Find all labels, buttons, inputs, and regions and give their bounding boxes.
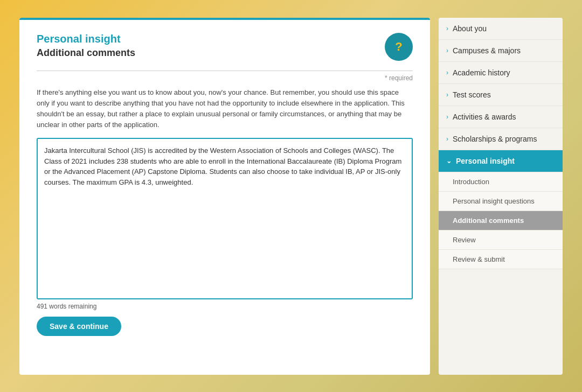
main-content-panel: Personal insight Additional comments ? *… [19, 18, 430, 375]
textarea-wrapper [37, 138, 413, 299]
sidebar-subitem-additional-comments[interactable]: Additional comments [439, 211, 563, 230]
words-remaining-counter: 491 words remaining [37, 303, 413, 310]
sidebar-item-label: Campuses & majors [453, 46, 521, 55]
sidebar-item-label: Test scores [453, 90, 491, 99]
app-wrapper: Personal insight Additional comments ? *… [11, 9, 571, 383]
sidebar-item-academic-history[interactable]: › Academic history [439, 62, 563, 84]
save-continue-button[interactable]: Save & continue [37, 317, 121, 336]
chevron-down-icon: ⌄ [446, 157, 452, 165]
header-row: Personal insight Additional comments ? [37, 33, 413, 61]
sidebar-item-personal-insight[interactable]: ⌄ Personal insight [439, 150, 563, 172]
section-subtitle: Additional comments [37, 47, 135, 59]
sidebar-item-scholarships-programs[interactable]: › Scholarships & programs [439, 128, 563, 150]
sidebar-item-label: Academic history [453, 68, 510, 77]
sidebar-item-label: Activities & awards [453, 113, 516, 121]
question-mark-icon: ? [395, 40, 402, 54]
header-divider [37, 71, 413, 71]
help-icon-button[interactable]: ? [385, 33, 413, 61]
sidebar-item-activities-awards[interactable]: › Activities & awards [439, 106, 563, 128]
sidebar-subitem-label: Additional comments [453, 216, 524, 225]
top-border-accent [19, 18, 430, 20]
sidebar-subitem-label: Review & submit [453, 255, 505, 263]
chevron-right-icon: › [446, 113, 448, 121]
additional-comments-textarea[interactable] [38, 139, 412, 298]
sidebar-nav: › About you › Campuses & majors › Academ… [439, 18, 563, 375]
description-text: If there's anything else you want us to … [37, 87, 413, 131]
sidebar-subitem-label: Personal insight questions [453, 197, 535, 205]
sidebar-subitem-label: Review [453, 236, 476, 244]
sidebar-item-label: About you [453, 24, 487, 33]
sidebar-item-campuses-majors[interactable]: › Campuses & majors [439, 40, 563, 62]
sidebar-subitem-review[interactable]: Review [439, 230, 563, 250]
sidebar-item-label: Personal insight [456, 157, 515, 165]
chevron-right-icon: › [446, 47, 448, 54]
header-text: Personal insight Additional comments [37, 33, 135, 59]
chevron-right-icon: › [446, 25, 448, 32]
chevron-right-icon: › [446, 91, 448, 99]
sidebar-subitem-introduction[interactable]: Introduction [439, 172, 563, 192]
required-note: * required [37, 74, 413, 82]
sidebar-item-test-scores[interactable]: › Test scores [439, 84, 563, 106]
chevron-right-icon: › [446, 135, 448, 143]
sidebar-item-label: Scholarships & programs [453, 135, 537, 143]
sidebar-item-about-you[interactable]: › About you [439, 18, 563, 40]
sidebar-subitem-label: Introduction [453, 178, 489, 186]
sidebar-subitem-personal-insight-questions[interactable]: Personal insight questions [439, 192, 563, 211]
sidebar-subitem-review-submit[interactable]: Review & submit [439, 250, 563, 269]
section-category-title: Personal insight [37, 33, 135, 45]
chevron-right-icon: › [446, 69, 448, 76]
